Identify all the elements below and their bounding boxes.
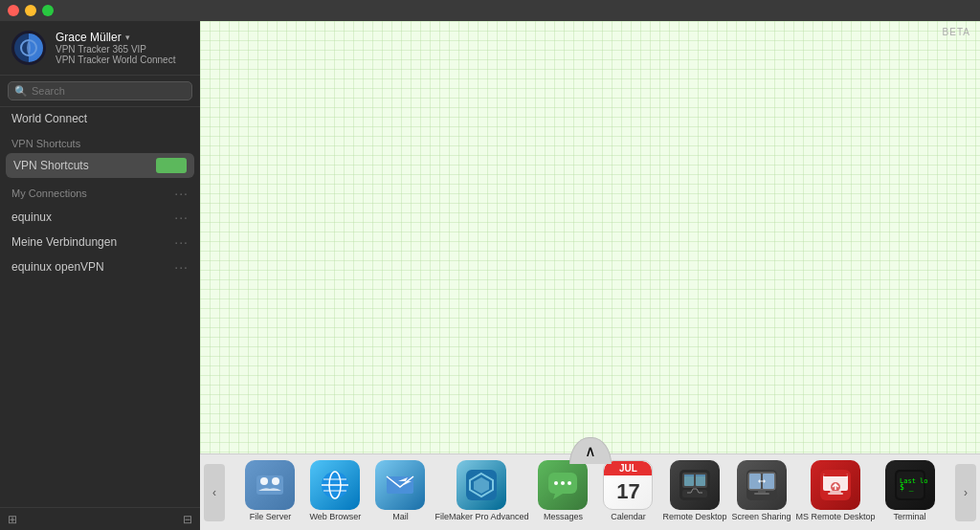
calendar-icon: JUL 17: [603, 460, 653, 510]
sidebar-item-equinux-openvpn[interactable]: equinux openVPN ···: [0, 254, 200, 279]
user-name[interactable]: Grace Müller ▾: [56, 31, 189, 44]
dock-item-web-browser[interactable]: Web Browser: [304, 460, 366, 521]
user-info: Grace Müller ▾ VPN Tracker 365 VIP VPN T…: [56, 31, 189, 65]
dock-nav-left[interactable]: ‹: [204, 464, 225, 521]
dock-item-filemaker[interactable]: FileMaker Pro Advanced: [434, 460, 528, 521]
equinux-more-btn[interactable]: ···: [174, 210, 189, 225]
svg-point-3: [272, 477, 279, 485]
calendar-label: Calendar: [611, 512, 646, 521]
search-container: 🔍: [0, 76, 200, 107]
messages-icon: [538, 460, 588, 510]
web-browser-icon: [310, 460, 360, 510]
file-server-icon: [245, 460, 295, 510]
titlebar: [0, 0, 980, 21]
terminal-label: Terminal: [894, 512, 926, 521]
filemaker-icon: [457, 460, 506, 510]
remote-desktop-icon: [670, 460, 720, 510]
sidebar-item-equinux[interactable]: equinux ···: [0, 205, 200, 230]
dock-item-file-server[interactable]: File Server: [239, 460, 301, 521]
connections-section-header: My Connections ···: [0, 178, 200, 205]
dock-item-ms-remote[interactable]: MS Remote Desktop: [796, 460, 876, 521]
remote-desktop-label: Remote Desktop: [662, 512, 726, 521]
mail-icon: [375, 460, 425, 510]
dock-item-messages[interactable]: Messages: [532, 460, 593, 521]
beta-label: BETA: [943, 27, 970, 37]
svg-rect-22: [684, 475, 694, 476]
mail-label: Mail: [392, 512, 409, 521]
openvpn-more-btn[interactable]: ···: [174, 259, 189, 275]
sidebar-spacer: [0, 279, 200, 507]
terminal-icon: Last login: Mon $ _: [885, 460, 935, 510]
file-server-label: File Server: [250, 512, 292, 521]
search-input[interactable]: [8, 81, 192, 100]
ms-remote-icon: [811, 460, 860, 510]
vpn-shortcuts-badge: [156, 158, 187, 173]
dock-nav-right[interactable]: ›: [955, 464, 976, 521]
connections-more-btn[interactable]: ···: [174, 186, 189, 201]
dock-item-calendar[interactable]: JUL 17 Calendar: [597, 460, 658, 521]
grid-area: BETA: [200, 21, 980, 453]
calendar-day: 17: [616, 475, 639, 509]
svg-rect-30: [758, 490, 766, 493]
sidebar: Grace Müller ▾ VPN Tracker 365 VIP VPN T…: [0, 21, 200, 530]
svg-rect-36: [830, 491, 841, 493]
svg-point-15: [561, 481, 565, 485]
dock-item-remote-desktop[interactable]: Remote Desktop: [662, 460, 726, 521]
screen-sharing-label: Screen Sharing: [731, 512, 791, 521]
svg-rect-31: [754, 493, 769, 495]
svg-text:$ _: $ _: [900, 483, 914, 492]
screen-sharing-icon: [737, 460, 787, 510]
traffic-lights: [8, 5, 54, 16]
messages-label: Messages: [544, 512, 583, 521]
svg-rect-1: [256, 475, 283, 495]
dock-area: ∧ ‹ File Server: [200, 453, 980, 530]
search-wrapper: 🔍: [8, 81, 192, 100]
shortcuts-section-header: VPN Shortcuts: [0, 130, 200, 153]
dock-item-terminal[interactable]: Last login: Mon $ _ Terminal: [880, 460, 941, 521]
web-browser-label: Web Browser: [310, 512, 362, 521]
sidebar-bottom-left-icon[interactable]: ⊞: [8, 513, 17, 526]
user-section[interactable]: Grace Müller ▾ VPN Tracker 365 VIP VPN T…: [0, 21, 200, 76]
maximize-button[interactable]: [42, 5, 54, 16]
filemaker-label: FileMaker Pro Advanced: [434, 512, 528, 521]
ms-remote-label: MS Remote Desktop: [796, 512, 876, 521]
vpn-logo: [11, 31, 46, 65]
svg-rect-23: [696, 475, 705, 476]
svg-rect-19: [682, 490, 707, 497]
svg-rect-37: [828, 493, 843, 495]
main-container: Grace Müller ▾ VPN Tracker 365 VIP VPN T…: [0, 21, 980, 530]
close-button[interactable]: [8, 5, 19, 16]
sidebar-bottom: ⊞ ⊟: [0, 507, 200, 530]
dock-item-screen-sharing[interactable]: Screen Sharing: [731, 460, 792, 521]
user-plan: VPN Tracker 365 VIP: [56, 44, 189, 55]
calendar-month: JUL: [604, 461, 652, 475]
sidebar-item-vpn-shortcuts[interactable]: VPN Shortcuts: [6, 153, 194, 178]
svg-point-14: [554, 481, 558, 485]
dock-item-mail[interactable]: Mail: [369, 460, 431, 521]
sidebar-bottom-right-icon[interactable]: ⊟: [183, 513, 192, 526]
sidebar-item-world-connect[interactable]: World Connect: [0, 107, 200, 130]
dock-items: File Server Web Browser: [225, 460, 955, 525]
meine-more-btn[interactable]: ···: [174, 234, 189, 250]
user-product: VPN Tracker World Connect: [56, 55, 189, 65]
svg-point-2: [260, 477, 268, 485]
minimize-button[interactable]: [25, 5, 36, 16]
right-panel: BETA ∧ ‹: [200, 21, 980, 530]
sidebar-item-meine-verbindungen[interactable]: Meine Verbindungen ···: [0, 230, 200, 254]
svg-point-16: [568, 481, 571, 485]
svg-rect-34: [823, 474, 848, 476]
search-icon: 🔍: [14, 85, 28, 98]
